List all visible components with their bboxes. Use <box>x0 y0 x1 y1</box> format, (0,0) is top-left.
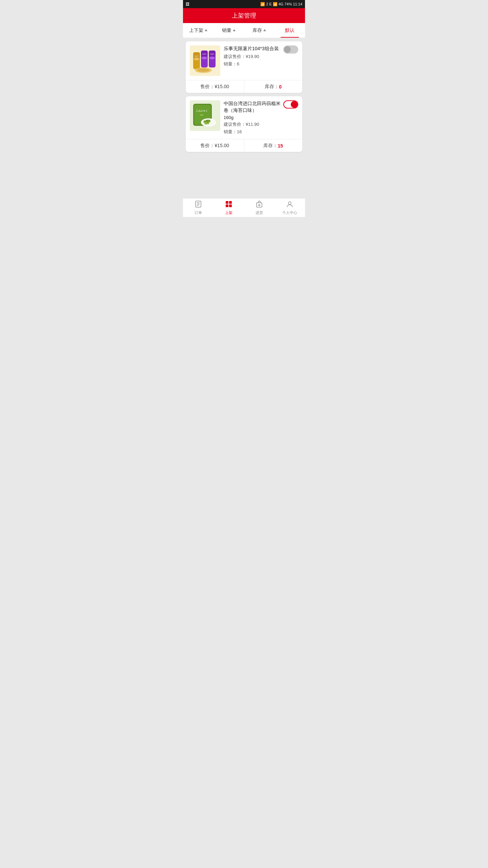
svg-text:Lay's: Lay's <box>210 53 214 55</box>
svg-point-13 <box>197 68 209 72</box>
product-sub-2: 160g <box>224 115 298 120</box>
tab-stock-label: 库存 <box>252 27 262 34</box>
svg-point-25 <box>207 122 208 122</box>
toggle-knob-1 <box>284 46 291 53</box>
page-title: 上架管理 <box>232 12 256 20</box>
svg-point-23 <box>205 121 205 122</box>
svg-rect-30 <box>226 201 228 204</box>
product-suggest-price-1: 建议售价：¥19.90 <box>224 54 298 60</box>
product-card-2: こんにゃく 蒟蒻 中国台湾进口北田蒟蒻糯米卷（海苔口味） 1 <box>186 96 302 152</box>
product-card-1: Lay's Lay's Lay's 乐事无限薯片104*3组合装 <box>186 41 302 93</box>
svg-rect-33 <box>229 204 232 207</box>
product-sale-price-2: 售价：¥15.00 <box>186 139 244 152</box>
svg-point-11 <box>209 57 215 59</box>
svg-text:Lay's: Lay's <box>202 53 206 55</box>
tab-sales-arrow <box>233 29 236 31</box>
product-stock-1: 库存： 0 <box>244 80 303 93</box>
nav-item-profile[interactable]: 个人中心 <box>274 198 305 217</box>
bottom-nav: 订单 上架 进货 个人中心 <box>183 198 305 217</box>
status-left: 🖼 <box>186 2 189 6</box>
tab-updown-arrow <box>205 29 207 31</box>
product-main-2: こんにゃく 蒟蒻 中国台湾进口北田蒟蒻糯米卷（海苔口味） 1 <box>186 96 302 139</box>
svg-point-7 <box>202 57 207 59</box>
product-footer-2: 售价：¥15.00 库存： 15 <box>186 139 302 152</box>
tab-updown-label: 上下架 <box>189 27 203 34</box>
signal-bars: 📶 <box>273 2 278 6</box>
tab-default[interactable]: 默认 <box>274 23 305 38</box>
time-text: 11:14 <box>293 2 302 6</box>
sale-price-label-2: 售价：¥15.00 <box>200 143 229 149</box>
product-sales-2: 销量：16 <box>224 129 298 135</box>
sale-price-label-1: 售价：¥15.00 <box>200 84 229 90</box>
svg-point-24 <box>206 120 207 121</box>
product-stock-2: 库存： 15 <box>244 139 303 152</box>
svg-rect-32 <box>226 204 228 207</box>
svg-text:Lay's: Lay's <box>195 55 199 57</box>
svg-point-3 <box>194 58 199 60</box>
status-right: 📶 2 E 📶 4G 74% 11:14 <box>260 2 302 6</box>
product-main-1: Lay's Lay's Lay's 乐事无限薯片104*3组合装 <box>186 41 302 80</box>
tab-sales[interactable]: 销量 <box>214 23 244 38</box>
stock-label-1: 库存： <box>265 84 279 90</box>
stock-value-2: 15 <box>278 143 283 149</box>
nav-item-purchase[interactable]: 进货 <box>244 198 274 217</box>
tab-stock[interactable]: 库存 <box>244 23 274 38</box>
nav-label-shelf: 上架 <box>225 210 232 215</box>
nav-item-orders[interactable]: 订单 <box>183 198 214 217</box>
product-sales-1: 销量：6 <box>224 61 298 67</box>
svg-text:蒟蒻: 蒟蒻 <box>200 114 203 116</box>
network-type: 4G <box>279 2 284 6</box>
status-bar: 🖼 📶 2 E 📶 4G 74% 11:14 <box>183 0 305 8</box>
product-image-1: Lay's Lay's Lay's <box>190 45 220 76</box>
sort-tabs: 上下架 销量 库存 默认 <box>183 23 305 38</box>
page-header: 上架管理 <box>183 8 305 23</box>
product-toggle-2[interactable] <box>283 100 298 108</box>
nav-label-purchase: 进货 <box>256 210 263 215</box>
toggle-knob-2 <box>291 101 298 108</box>
product-toggle-wrap-1 <box>283 45 298 54</box>
nav-label-profile: 个人中心 <box>282 210 297 215</box>
profile-icon <box>286 200 293 210</box>
product-list: Lay's Lay's Lay's 乐事无限薯片104*3组合装 <box>183 38 305 198</box>
svg-rect-34 <box>257 203 262 207</box>
tab-stock-arrow <box>263 29 266 31</box>
tab-sales-label: 销量 <box>222 27 231 34</box>
shelf-icon <box>225 200 232 210</box>
svg-text:こんにゃく: こんにゃく <box>196 110 208 112</box>
wifi-icon: 📶 <box>260 2 265 6</box>
battery-text: 74% <box>284 2 292 6</box>
screen-icon: 🖼 <box>186 2 189 6</box>
purchase-icon <box>256 200 263 210</box>
sim-badge: 2 <box>266 2 268 6</box>
svg-point-35 <box>259 204 260 206</box>
signal-text: E <box>269 2 271 6</box>
product-toggle-1[interactable] <box>283 45 298 54</box>
svg-point-36 <box>288 202 291 204</box>
product-toggle-wrap-2 <box>283 100 298 108</box>
nav-label-orders: 订单 <box>195 210 202 215</box>
product-suggest-price-2: 建议售价：¥11.90 <box>224 121 298 127</box>
stock-value-1: 0 <box>279 84 282 90</box>
product-footer-1: 售价：¥15.00 库存： 0 <box>186 80 302 93</box>
orders-icon <box>195 200 202 210</box>
product-image-2: こんにゃく 蒟蒻 <box>190 100 220 131</box>
stock-label-2: 库存： <box>263 143 278 149</box>
svg-rect-31 <box>229 201 232 204</box>
tab-updown[interactable]: 上下架 <box>183 23 214 38</box>
nav-item-shelf[interactable]: 上架 <box>214 198 244 217</box>
product-sale-price-1: 售价：¥15.00 <box>186 80 244 93</box>
tab-default-label: 默认 <box>285 27 294 34</box>
